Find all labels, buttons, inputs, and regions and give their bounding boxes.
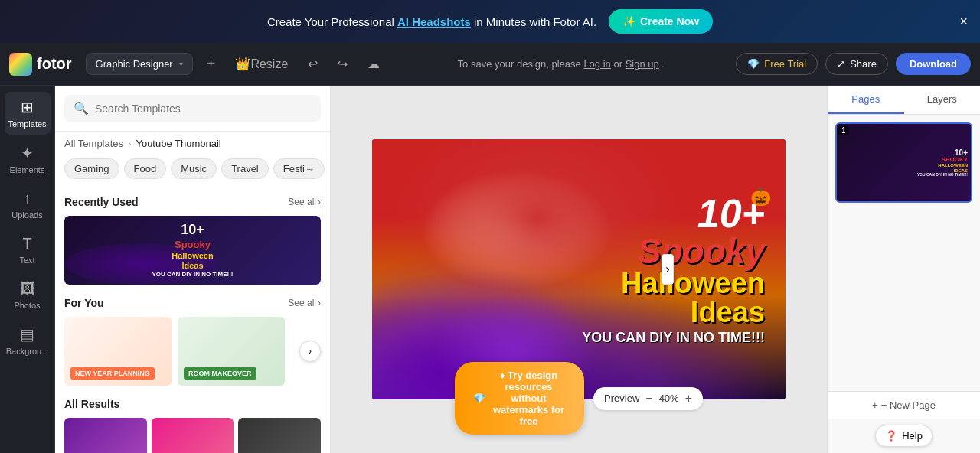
result-thumb-1[interactable] (64, 418, 147, 453)
add-button[interactable]: + (201, 52, 222, 76)
search-bar: 🔍 (55, 86, 330, 132)
login-link[interactable]: Log in (583, 58, 610, 70)
halloween-thumb-text: 10+ Spooky Halloween Ideas YOU CAN DIY I… (152, 222, 233, 278)
chevron-right-icon: › (665, 262, 669, 276)
try-design-button[interactable]: 💎 ♦ Try design resources without waterma… (455, 362, 584, 435)
add-page-button[interactable]: + + New Page (828, 391, 980, 419)
preview-zoom-bar: Preview − 40% + (593, 387, 703, 410)
result-thumb-2[interactable] (152, 418, 234, 453)
logo-icon (9, 53, 32, 76)
chevron-down-icon: ▾ (179, 60, 183, 68)
sidebar-item-elements[interactable]: ✦ Elements (5, 138, 51, 181)
cloud-icon: ☁ (368, 57, 380, 71)
signup-link[interactable]: Sign up (626, 58, 659, 70)
room-makeover-label: ROOM MAKEOVER (184, 367, 256, 380)
page-1-wrapper: 10+ SPOOKY HALLOWEEN IDEAS YOU CAN DIY I… (835, 122, 972, 203)
search-icon: 🔍 (74, 101, 89, 116)
help-circle-icon: ❓ (885, 430, 897, 442)
canvas-diy-text: YOU CAN DIY IN NO TIME!!! (582, 330, 765, 346)
pages-content: 10+ SPOOKY HALLOWEEN IDEAS YOU CAN DIY I… (828, 115, 980, 391)
templates-icon: ⊞ (21, 98, 34, 116)
tab-pages[interactable]: Pages (828, 86, 904, 114)
close-banner-button[interactable]: × (959, 14, 968, 30)
canvas-bottom-bar: 💎 ♦ Try design resources without waterma… (455, 362, 703, 435)
search-input[interactable] (95, 103, 312, 115)
recently-used-thumb[interactable]: 10+ Spooky Halloween Ideas YOU CAN DIY I… (64, 216, 321, 285)
logo-text: fotor (37, 55, 72, 73)
canvas-image[interactable]: 10+ 🎃 Spooky Halloween Ideas YOU CAN DIY… (372, 139, 786, 399)
canvas-ideas-text: Ideas (582, 298, 765, 327)
expand-right-panel-button[interactable]: › (662, 254, 674, 285)
logo: fotor (9, 53, 72, 76)
for-you-section: NEW YEAR PLANNING ROOM MAKEOVER › (64, 317, 321, 386)
recently-used-grid: 10+ Spooky Halloween Ideas YOU CAN DIY I… (64, 216, 321, 285)
resize-button[interactable]: 👑 Resize (229, 52, 294, 76)
share-icon: ⤢ (837, 58, 845, 70)
project-selector[interactable]: Graphic Designer ▾ (86, 53, 193, 75)
filter-tag-travel[interactable]: Travel (221, 158, 269, 179)
create-now-button[interactable]: ✨ Create Now (609, 9, 713, 34)
canvas-wrapper: 10+ 🎃 Spooky Halloween Ideas YOU CAN DIY… (372, 139, 786, 399)
page-thumb-text-overlay: 10+ SPOOKY HALLOWEEN IDEAS YOU CAN DIY I… (917, 148, 968, 177)
page-1-thumbnail[interactable]: 10+ SPOOKY HALLOWEEN IDEAS YOU CAN DIY I… (835, 122, 972, 203)
uploads-icon: ↑ (24, 190, 31, 207)
preview-button[interactable]: Preview (604, 393, 639, 404)
for-you-grid: NEW YEAR PLANNING ROOM MAKEOVER (64, 317, 321, 386)
project-name: Graphic Designer (96, 58, 173, 70)
halloween-thumbnail: 10+ Spooky Halloween Ideas YOU CAN DIY I… (64, 216, 321, 285)
right-panel-tabs: Pages Layers (828, 86, 980, 115)
cloud-upload-button[interactable]: ☁ (361, 52, 386, 76)
result-thumb-3[interactable] (238, 418, 321, 453)
filter-tag-gaming[interactable]: Gaming (64, 158, 119, 179)
redo-button[interactable]: ↪ (332, 52, 354, 76)
header: fotor Graphic Designer ▾ + 👑 Resize ↩ ↪ … (0, 43, 980, 86)
text-icon: T (22, 235, 31, 253)
for-you-new-year[interactable]: NEW YEAR PLANNING (64, 317, 172, 386)
sidebar-item-templates[interactable]: ⊞ Templates (5, 92, 51, 135)
recently-used-see-all[interactable]: See all › (288, 197, 321, 207)
top-banner: Create Your Professional AI Headshots in… (0, 0, 980, 43)
filter-tag-more[interactable]: Festi→ (273, 158, 325, 179)
recently-used-title: Recently Used (64, 196, 138, 208)
elements-icon: ✦ (21, 144, 34, 162)
for-you-header: For You See all › (64, 297, 321, 309)
main-layout: ⊞ Templates ✦ Elements ↑ Uploads T Text … (0, 86, 980, 453)
breadcrumb: All Templates › Youtube Thumbnail (55, 132, 330, 155)
for-you-room-makeover[interactable]: ROOM MAKEOVER (178, 317, 285, 386)
pumpkin-icon: 🎃 (750, 187, 771, 207)
chevron-right-icon: › (318, 197, 321, 207)
page-number-badge: 1 (838, 125, 849, 135)
filter-tags: Gaming Food Music Travel Festi→ (55, 155, 330, 185)
share-button[interactable]: ⤢ Share (825, 53, 888, 75)
breadcrumb-separator: › (128, 138, 131, 149)
sidebar-item-backgrounds[interactable]: ▤ Backgrou... (5, 319, 51, 362)
save-message: To save your design, please Log in or Si… (394, 58, 728, 70)
canvas-area: ‹ › 10+ 🎃 (331, 86, 827, 453)
sidebar-item-photos[interactable]: 🖼 Photos (5, 274, 51, 316)
sidebar-item-text[interactable]: T Text (5, 229, 51, 271)
right-panel: Pages Layers 10+ SPOOKY HALLOWEEN IDEAS … (827, 86, 980, 453)
chevron-right-icon: › (318, 298, 321, 308)
download-button[interactable]: Download (896, 53, 971, 75)
help-button[interactable]: ❓ Help (875, 425, 933, 447)
diamond-icon: 💎 (473, 393, 485, 404)
backgrounds-icon: ▤ (20, 325, 34, 344)
zoom-out-button[interactable]: − (645, 392, 652, 406)
breadcrumb-all-templates[interactable]: All Templates (64, 138, 123, 149)
all-results-header: All Results (64, 398, 321, 410)
search-input-wrapper: 🔍 (64, 95, 321, 122)
filter-tag-music[interactable]: Music (171, 158, 217, 179)
free-trial-button[interactable]: 💎 Free Trial (736, 53, 818, 75)
for-you-next-button[interactable]: › (299, 341, 321, 362)
sparkle-icon: ✨ (622, 15, 635, 28)
tab-layers[interactable]: Layers (904, 86, 981, 114)
filter-tag-food[interactable]: Food (124, 158, 167, 179)
banner-text: Create Your Professional AI Headshots in… (267, 15, 596, 28)
undo-button[interactable]: ↩ (302, 52, 324, 76)
sidebar-item-uploads[interactable]: ↑ Uploads (5, 184, 51, 226)
new-year-label: NEW YEAR PLANNING (70, 367, 155, 380)
for-you-see-all[interactable]: See all › (288, 298, 321, 308)
photos-icon: 🖼 (20, 280, 35, 298)
sidebar-icons: ⊞ Templates ✦ Elements ↑ Uploads T Text … (0, 86, 55, 453)
zoom-in-button[interactable]: + (685, 392, 692, 406)
